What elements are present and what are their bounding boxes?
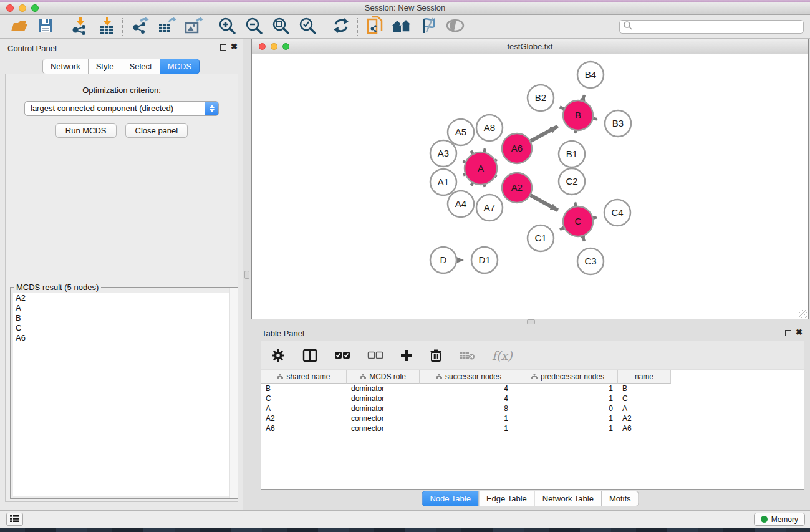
table-cell[interactable]: connector bbox=[347, 414, 420, 423]
table-row[interactable]: A2connector11A2 bbox=[261, 414, 804, 423]
edge-C-C4[interactable] bbox=[593, 217, 596, 218]
table-cell[interactable]: A2 bbox=[261, 414, 347, 423]
edge-C-C3[interactable] bbox=[582, 236, 584, 241]
mcds-result-item[interactable]: A bbox=[13, 303, 235, 313]
refresh-button[interactable] bbox=[327, 16, 354, 37]
zoom-fit-button[interactable] bbox=[267, 16, 294, 37]
mcds-result-item[interactable]: A2 bbox=[13, 293, 235, 303]
gear-icon[interactable] bbox=[271, 347, 286, 364]
close-panel-icon[interactable]: ✖ bbox=[231, 42, 238, 51]
table-cell[interactable]: C bbox=[618, 394, 671, 403]
delete-table-icon[interactable] bbox=[459, 347, 475, 364]
table-cell[interactable]: connector bbox=[347, 424, 420, 433]
export-image-button[interactable] bbox=[180, 16, 206, 37]
edge-B-B4[interactable] bbox=[582, 95, 584, 100]
select-all-icon[interactable] bbox=[334, 347, 350, 364]
add-column-icon[interactable] bbox=[400, 347, 413, 364]
edge-A-A4[interactable] bbox=[471, 183, 473, 186]
criterion-dropdown[interactable]: largest connected component (directed) bbox=[24, 101, 219, 116]
table-cell[interactable]: dominator bbox=[347, 384, 420, 393]
table-cell[interactable]: 8 bbox=[420, 404, 518, 413]
table-cell[interactable]: A bbox=[618, 404, 671, 413]
search-field[interactable] bbox=[619, 20, 804, 34]
column-header-successor-nodes[interactable]: successor nodes bbox=[420, 370, 518, 384]
column-header-shared-name[interactable]: shared name bbox=[261, 370, 347, 384]
edge-A-A8[interactable] bbox=[485, 148, 485, 152]
vertical-splitter-grip[interactable] bbox=[244, 271, 249, 279]
minimize-window-button[interactable] bbox=[19, 4, 26, 12]
zoom-selected-button[interactable] bbox=[294, 16, 321, 37]
table-cell[interactable]: 1 bbox=[420, 424, 518, 433]
mcds-result-item[interactable]: B bbox=[13, 313, 235, 323]
table-cell[interactable]: 1 bbox=[420, 414, 518, 423]
open-session-button[interactable] bbox=[5, 16, 32, 37]
tab-edge-table[interactable]: Edge Table bbox=[478, 491, 535, 506]
search-input[interactable] bbox=[633, 22, 800, 31]
edge-C-C2[interactable] bbox=[575, 203, 576, 206]
tab-node-table[interactable]: Node Table bbox=[422, 491, 479, 506]
import-table-button[interactable] bbox=[92, 16, 119, 37]
import-network-button[interactable] bbox=[65, 16, 92, 37]
export-table-button[interactable] bbox=[153, 16, 180, 37]
edge-A-A1[interactable] bbox=[463, 174, 465, 175]
tab-mcds[interactable]: MCDS bbox=[160, 59, 200, 74]
edge-A6-B[interactable] bbox=[531, 127, 557, 142]
window-resize-grip[interactable] bbox=[799, 310, 808, 318]
close-table-panel-icon[interactable]: ✖ bbox=[796, 328, 803, 337]
edge-C-C1[interactable] bbox=[560, 228, 564, 230]
table-cell[interactable]: dominator bbox=[347, 404, 420, 413]
close-network-button[interactable] bbox=[259, 43, 266, 50]
save-session-button[interactable] bbox=[32, 16, 59, 37]
memory-button[interactable]: Memory bbox=[754, 513, 805, 526]
table-cell[interactable]: B bbox=[261, 384, 347, 393]
edge-B-B1[interactable] bbox=[575, 131, 576, 133]
table-row[interactable]: Cdominator41C bbox=[261, 394, 804, 404]
table-cell[interactable]: A2 bbox=[618, 414, 671, 423]
table-row[interactable]: Bdominator41B bbox=[261, 384, 804, 394]
mcds-list-scrollbar[interactable] bbox=[229, 288, 238, 498]
show-view-button[interactable] bbox=[441, 16, 468, 37]
float-panel-icon[interactable] bbox=[220, 44, 226, 51]
table-cell[interactable]: dominator bbox=[347, 394, 420, 403]
table-cell[interactable]: A6 bbox=[618, 424, 671, 433]
run-mcds-button[interactable]: Run MCDS bbox=[55, 123, 117, 138]
maximize-window-button[interactable] bbox=[31, 4, 39, 12]
float-table-panel-icon[interactable] bbox=[785, 330, 791, 336]
mcds-result-item[interactable]: C bbox=[13, 323, 235, 333]
table-cell[interactable]: C bbox=[261, 394, 347, 403]
edge-A-A5[interactable] bbox=[471, 151, 473, 154]
table-row[interactable]: A6connector11A6 bbox=[261, 423, 804, 433]
mcds-result-list[interactable]: A2ABCA6 bbox=[13, 293, 235, 496]
export-network-button[interactable] bbox=[126, 16, 153, 37]
table-cell[interactable]: 1 bbox=[518, 414, 618, 423]
table-cell[interactable]: A6 bbox=[261, 424, 347, 433]
mcds-result-item[interactable]: A6 bbox=[13, 333, 235, 343]
edge-A-A7[interactable] bbox=[485, 185, 485, 186]
table-row[interactable]: Adominator80A bbox=[261, 404, 804, 414]
table-cell[interactable]: B bbox=[618, 384, 671, 393]
close-window-button[interactable] bbox=[6, 4, 14, 12]
tab-network[interactable]: Network bbox=[42, 59, 89, 74]
column-header-name[interactable]: name bbox=[618, 370, 671, 384]
tab-network-table[interactable]: Network Table bbox=[534, 491, 602, 506]
edge-B-B2[interactable] bbox=[560, 107, 564, 109]
show-panels-button[interactable] bbox=[6, 513, 23, 526]
edge-A2-C[interactable] bbox=[531, 195, 558, 210]
tab-motifs[interactable]: Motifs bbox=[601, 491, 639, 506]
zoom-in-button[interactable] bbox=[213, 16, 240, 37]
edge-A-A3[interactable] bbox=[463, 162, 465, 162]
edge-B-B3[interactable] bbox=[593, 118, 597, 119]
edge-A-A2[interactable] bbox=[496, 177, 497, 177]
column-header-predecessor-nodes[interactable]: predecessor nodes bbox=[518, 370, 618, 384]
network-canvas[interactable]: B4B2BB3A5A8A6A3B1AA1C2A2A4A7C4CC1DD1C3 bbox=[252, 54, 808, 319]
table-cell[interactable]: 4 bbox=[420, 394, 518, 403]
maximize-network-button[interactable] bbox=[282, 43, 289, 50]
edge-A-A6[interactable] bbox=[496, 160, 497, 160]
column-split-icon[interactable] bbox=[302, 347, 317, 364]
table-cell[interactable]: 0 bbox=[518, 404, 618, 413]
hide-details-button[interactable] bbox=[415, 16, 441, 37]
table-cell[interactable]: 1 bbox=[518, 424, 618, 433]
table-cell[interactable]: 4 bbox=[420, 384, 518, 393]
close-panel-button[interactable]: Close panel bbox=[125, 123, 188, 138]
table-cell[interactable]: 1 bbox=[518, 394, 618, 403]
